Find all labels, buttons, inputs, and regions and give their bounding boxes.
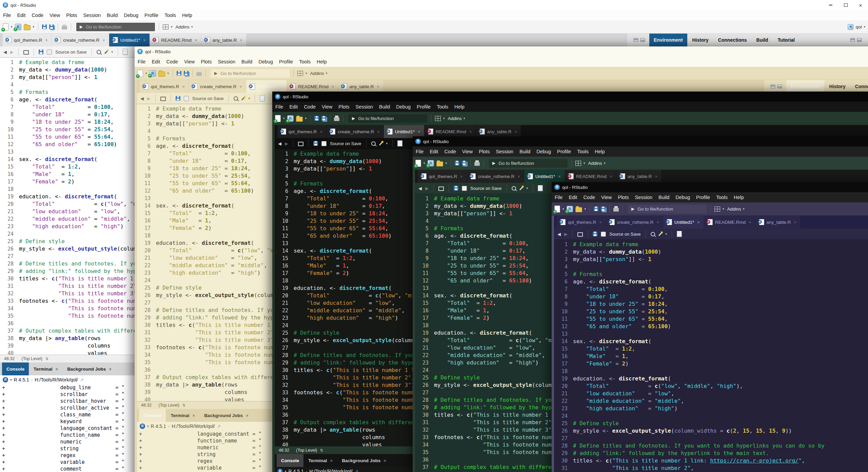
close-tab-icon[interactable]: × [182,84,185,89]
new-file-caret-icon[interactable]: ▾ [563,207,564,211]
menu-item-session[interactable]: Session [632,195,655,200]
editor-tab-untitled1[interactable]: RUntitled1*× [663,216,704,229]
maximize-pane-icon[interactable] [857,38,862,42]
editor-tab-create-rstheme-r[interactable]: Rcreate_rstheme.R× [606,216,663,229]
menu-item-view[interactable]: View [319,104,335,110]
editor-tab-any-table-r[interactable]: Rany_table.R× [755,216,801,229]
print-button[interactable] [474,162,480,166]
close-tab-icon[interactable]: × [320,129,322,134]
goto-file-input[interactable]: ▶ Go to file/function [489,159,568,168]
code-tools-icon[interactable] [658,232,662,236]
menu-item-help[interactable]: Help [731,195,747,200]
env-tab-environment[interactable]: Environment [786,80,824,93]
env-tab-build[interactable]: Build [752,34,773,46]
new-file-button[interactable]: + [554,205,560,213]
compile-report-icon[interactable] [123,49,128,55]
show-in-new-window-icon[interactable] [438,186,444,191]
new-file-button[interactable]: + [137,70,143,77]
close-button[interactable]: × [853,0,868,10]
menu-item-edit[interactable]: Edit [286,104,301,110]
code-tools-icon[interactable] [241,96,245,100]
menu-item-plots[interactable]: Plots [476,149,493,154]
code-tools-caret-icon[interactable]: ▾ [249,97,250,100]
addins-button[interactable]: Addins ▾ [448,116,465,121]
source-on-save-checkbox[interactable] [321,141,327,146]
close-tab-icon[interactable]: × [143,38,146,43]
save-button[interactable] [42,24,47,29]
close-tab-icon[interactable]: × [469,129,472,134]
menu-item-build[interactable]: Build [516,149,533,154]
close-tab-icon[interactable]: × [377,129,380,134]
new-project-button[interactable]: R+ [287,115,294,122]
code-tools-icon[interactable] [104,50,108,54]
menu-item-build[interactable]: Build [655,195,672,200]
menu-item-debug[interactable]: Debug [393,104,414,110]
source-on-save-checkbox[interactable] [47,50,52,55]
env-tab-history[interactable]: History [825,80,850,93]
goto-file-input[interactable]: ▶ Go to file/function [349,114,427,123]
open-file-button[interactable] [158,72,165,77]
menu-item-help[interactable]: Help [592,149,608,154]
menu-item-code[interactable]: Code [301,104,319,110]
editor-tab-readme-rmd[interactable]: RREADME.Rmd× [704,216,755,229]
panes-button[interactable] [575,161,581,166]
menu-item-file[interactable]: File [552,195,566,200]
menu-item-debug[interactable]: Debug [533,149,554,154]
save-button[interactable] [455,161,459,165]
editor-tab-readme-rmd[interactable]: RREADME.Rmd× [150,34,201,46]
close-tab-icon[interactable]: × [45,38,48,43]
code-tools-caret-icon[interactable]: ▾ [666,232,667,236]
save-source-button[interactable] [176,96,180,101]
scope-selector[interactable]: (Top Level) ⇅ [296,448,323,453]
menu-item-edit[interactable]: Edit [14,13,28,18]
panes-caret-icon[interactable]: ▾ [305,72,307,75]
r-version-caret-icon[interactable]: ▾ [285,470,287,472]
save-source-button[interactable] [313,141,318,146]
compile-report-icon[interactable] [538,185,543,191]
panes-button[interactable] [163,24,169,29]
editor-tab-untitled1[interactable]: RUntitled1*× [524,170,565,183]
close-tab-icon[interactable]: × [697,220,700,225]
menu-item-build[interactable]: Build [104,13,121,18]
open-file-caret-icon[interactable]: ▾ [167,72,169,75]
back-button[interactable]: ◀ [557,232,561,237]
menu-item-tools[interactable]: Tools [296,59,314,64]
close-tab-icon[interactable]: × [240,38,243,43]
addins-button[interactable]: Addins ▾ [176,24,193,29]
editor-tab-create-rstheme-r[interactable]: Rcreate_rstheme.R× [467,170,524,183]
menu-item-code[interactable]: Code [28,13,46,18]
maximize-button[interactable] [838,0,853,10]
close-tab-icon[interactable]: × [610,174,612,179]
code-tools-icon[interactable] [519,186,523,190]
close-tab-icon[interactable]: × [56,367,58,372]
menu-item-profile[interactable]: Profile [693,195,713,200]
env-tab-connections[interactable]: Connections [851,80,868,93]
close-tab-icon[interactable]: × [656,220,659,225]
close-tab-icon[interactable]: × [330,458,333,463]
menu-item-help[interactable]: Help [451,104,468,110]
menu-item-debug[interactable]: Debug [121,13,141,18]
new-project-button[interactable]: R+ [428,160,434,166]
show-in-new-window-icon[interactable] [160,97,166,101]
code-tools-icon[interactable] [379,141,382,145]
code-tools-caret-icon[interactable]: ▾ [386,142,388,145]
compile-report-icon[interactable] [260,95,265,101]
open-file-button[interactable] [296,117,303,122]
console-tab-terminal[interactable]: Terminal× [304,454,337,467]
save-button[interactable] [314,116,319,121]
source-on-save-checkbox[interactable] [601,232,606,237]
panes-button[interactable] [435,116,441,121]
find-replace-icon[interactable] [97,50,101,54]
open-file-caret-icon[interactable]: ▾ [33,25,35,28]
new-project-button[interactable]: R+ [15,24,21,30]
panes-caret-icon[interactable]: ▾ [443,117,445,120]
close-tab-icon[interactable]: × [195,38,197,43]
env-tab-connections[interactable]: Connections [714,34,751,46]
menu-item-build[interactable]: Build [376,104,393,110]
editor-tab-qol-themes-r[interactable]: Rqol_themes.R× [418,170,467,183]
open-directory-icon[interactable]: ↗ [355,469,358,472]
close-tab-icon[interactable]: × [102,38,105,43]
menu-item-file[interactable]: File [0,13,14,18]
minimize-pane-icon[interactable] [770,84,775,88]
close-tab-icon[interactable]: × [109,367,112,372]
